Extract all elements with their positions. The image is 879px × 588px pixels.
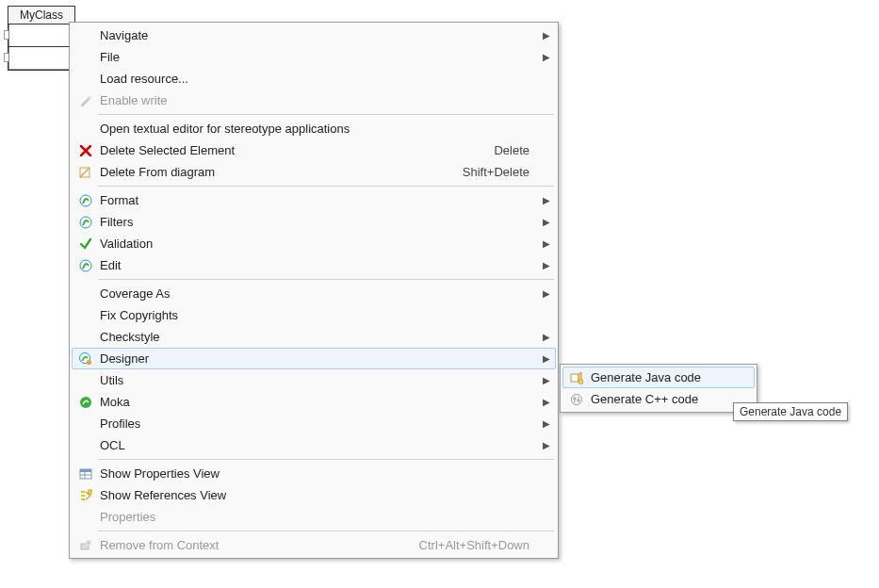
submenu-arrow-icon: ▶ [543,397,552,407]
papyrus-icon [75,192,96,209]
submenu-arrow-icon: ▶ [543,440,552,450]
menu-label: Edit [96,258,543,272]
uml-attribute-compartment [8,24,74,47]
papyrus-gear-icon [75,351,96,368]
designer-submenu: Generate Java code Generate C++ code [560,364,757,413]
menu-label: Designer [96,351,543,366]
menu-label: Show References View [96,488,543,502]
moka-icon [75,394,96,411]
menu-delete-from-diagram[interactable]: Delete From diagram Shift+Delete [72,161,556,183]
menu-profiles[interactable]: Profiles ▶ [72,413,556,434]
menu-fix-copyrights[interactable]: Fix Copyrights [72,304,556,326]
menu-validation[interactable]: Validation ▶ [72,233,556,254]
blank-icon [75,372,96,389]
menu-separator [98,279,554,280]
menu-label: Enable write [96,93,543,107]
menu-filters[interactable]: Filters ▶ [72,211,556,233]
menu-label: Delete From diagram [96,165,453,179]
menu-label: Navigate [96,28,543,42]
blank-icon [75,49,96,66]
svg-point-2 [80,217,91,228]
properties-view-icon [75,466,96,482]
context-menu: Navigate ▶ File ▶ Load resource... Enabl… [69,22,559,559]
menu-moka[interactable]: Moka ▶ [72,391,556,413]
menu-label: Open textual editor for stereotype appli… [96,122,543,136]
menu-designer[interactable]: Designer ▶ [72,348,556,369]
menu-label: Format [96,193,543,207]
menu-label: Delete Selected Element [96,143,484,157]
pencil-icon [75,92,96,109]
menu-show-references[interactable]: Show References View [72,484,556,506]
menu-label: Load resource... [96,72,543,86]
submenu-arrow-icon: ▶ [543,52,552,62]
menu-checkstyle[interactable]: Checkstyle ▶ [72,326,556,348]
menu-remove-from-context: Remove from Context Ctrl+Alt+Shift+Down [72,534,556,556]
submenu-arrow-icon: ▶ [543,217,552,227]
compartment-handle-icon [4,53,8,62]
menu-coverage-as[interactable]: Coverage As ▶ [72,283,556,304]
blank-icon [75,27,96,44]
submenu-label: Generate Java code [587,370,751,384]
menu-load-resource[interactable]: Load resource... [72,68,556,90]
svg-point-17 [572,394,582,404]
svg-point-5 [87,359,91,364]
tooltip: Generate Java code [733,402,848,421]
submenu-generate-cpp[interactable]: Generate C++ code [562,388,755,410]
blank-icon [75,71,96,88]
menu-label: File [96,50,543,64]
blank-icon [75,329,96,346]
menu-ocl[interactable]: OCL ▶ [72,434,556,456]
references-view-icon [75,487,96,504]
tooltip-text: Generate Java code [740,405,841,418]
menu-delete-selected[interactable]: Delete Selected Element Delete [72,139,556,161]
submenu-arrow-icon: ▶ [543,30,552,41]
svg-rect-15 [571,374,578,382]
papyrus-icon [75,257,96,274]
submenu-arrow-icon: ▶ [543,332,552,342]
remove-context-icon [75,537,96,554]
submenu-arrow-icon: ▶ [543,195,552,205]
svg-rect-8 [80,469,91,472]
menu-label: Coverage As [96,286,543,301]
generate-cpp-icon [566,391,587,408]
submenu-arrow-icon: ▶ [543,353,552,364]
blank-icon [75,509,96,526]
menu-show-properties[interactable]: Show Properties View [72,463,556,484]
compartment-handle-icon [4,30,8,40]
menu-format[interactable]: Format ▶ [72,189,556,211]
menu-utils[interactable]: Utils ▶ [72,369,556,391]
papyrus-icon [75,214,96,231]
menu-open-textual[interactable]: Open textual editor for stereotype appli… [72,118,556,139]
submenu-generate-java[interactable]: Generate Java code [562,367,755,388]
menu-label: Fix Copyrights [96,308,543,322]
menu-label: Moka [96,395,543,409]
menu-separator [98,459,554,460]
menu-edit[interactable]: Edit ▶ [72,254,556,276]
submenu-arrow-icon: ▶ [543,288,552,299]
menu-properties: Properties [72,506,556,528]
menu-label: Filters [96,215,543,229]
blank-icon [75,307,96,324]
menu-label: Checkstyle [96,330,543,344]
menu-separator [98,114,554,115]
menu-label: OCL [96,438,543,452]
menu-label: Show Properties View [96,466,543,481]
menu-enable-write: Enable write [72,90,556,111]
submenu-label: Generate C++ code [587,392,751,406]
svg-point-6 [80,397,91,408]
svg-point-1 [80,195,91,206]
uml-class-box[interactable]: MyClass [8,6,75,71]
menu-label: Utils [96,373,543,387]
blank-icon [75,121,96,138]
svg-rect-11 [89,490,91,494]
check-icon [75,236,96,253]
menu-separator [98,186,554,187]
menu-label: Remove from Context [96,538,410,552]
menu-accelerator: Ctrl+Alt+Shift+Down [410,538,543,552]
svg-point-16 [578,379,583,384]
menu-file[interactable]: File ▶ [72,46,556,68]
submenu-arrow-icon: ▶ [543,418,552,429]
menu-navigate[interactable]: Navigate ▶ [72,24,556,46]
x-icon [75,142,96,159]
menu-label: Profiles [96,416,543,431]
